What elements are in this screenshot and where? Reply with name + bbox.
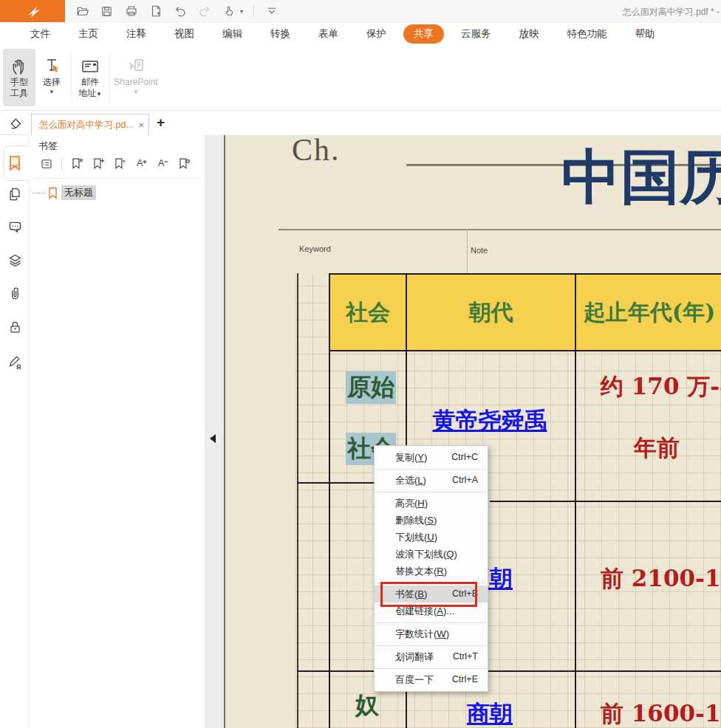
cell-society-primitive[interactable]: 原始 — [346, 371, 396, 404]
menu-tab-1[interactable]: 文件 — [19, 24, 61, 44]
menu-tab-9[interactable]: 共享 — [403, 24, 444, 44]
menu-tab-10[interactable]: 云服务 — [450, 24, 502, 44]
save-button[interactable] — [100, 4, 114, 18]
redo-button[interactable] — [197, 4, 211, 18]
cell-society-slave[interactable]: 奴 — [355, 690, 379, 722]
touch-mode-dropdown[interactable]: ▾ — [240, 8, 243, 15]
menu-tab-13[interactable]: 帮助 — [624, 24, 666, 44]
menu-tab-7[interactable]: 表单 — [307, 24, 349, 44]
context-menu-item-shortcut: Ctrl+A — [452, 472, 478, 489]
add-bookmark-button[interactable] — [91, 156, 106, 171]
bookmark-item-untitled[interactable]: 无标题 — [33, 185, 96, 200]
tab-close-button[interactable]: × — [138, 120, 144, 131]
mail-address-label-line2: 地址▼ — [78, 88, 102, 100]
delete-bookmark-button[interactable] — [69, 156, 85, 171]
menu-tab-5[interactable]: 编辑 — [211, 24, 253, 44]
bookmark-delete-icon — [70, 157, 84, 171]
touch-pointer-icon — [222, 4, 236, 18]
pages-icon — [7, 186, 22, 202]
note-label: Note — [471, 246, 488, 255]
bookmark-settings-button[interactable] — [177, 156, 192, 171]
context-menu-item-2-2[interactable]: 下划线(U) — [375, 529, 488, 546]
context-menu-item-shortcut: Ctrl+C — [451, 449, 478, 466]
sidebar-item-layers[interactable] — [0, 247, 30, 273]
chapter-label: Ch. — [292, 135, 341, 168]
touch-mode-button[interactable] — [222, 4, 236, 18]
menu-tab-3[interactable]: 注释 — [115, 24, 157, 44]
undo-button[interactable] — [173, 4, 187, 18]
context-menu-separator — [375, 668, 487, 669]
menu-tab-2[interactable]: 主页 — [67, 24, 109, 44]
context-menu-separator — [375, 492, 487, 492]
context-menu-item-1-0[interactable]: 全选(L)Ctrl+A — [375, 472, 488, 489]
table-row-line-1-left — [297, 482, 375, 484]
title-bar: ▾ 怎么面对高中学习.pdf * - — [0, 0, 721, 22]
context-menu-item-4-0[interactable]: 字数统计(W) — [375, 625, 488, 642]
table-header-period: 起止年代(年) — [576, 275, 721, 350]
print-button[interactable] — [124, 4, 138, 18]
mail-address-button[interactable]: 邮件 地址▼ — [74, 49, 106, 106]
menu-tab-11[interactable]: 放映 — [508, 24, 550, 44]
table-header-bottom-border — [329, 350, 721, 351]
link-shang-dynasty[interactable]: 商朝 — [467, 698, 513, 728]
keyword-note-divider — [467, 229, 468, 273]
context-menu-item-6-0[interactable]: 百度一下Ctrl+E — [375, 671, 488, 688]
sidebar-item-comments[interactable] — [0, 213, 30, 240]
menu-tab-8[interactable]: 保护 — [355, 24, 397, 44]
bookmark-icon — [7, 155, 22, 171]
context-menu-item-shortcut: Ctrl+E — [452, 671, 478, 688]
bookmark-item-icon — [47, 187, 58, 199]
customize-toolbar-button[interactable] — [264, 4, 279, 18]
app-logo[interactable] — [0, 0, 65, 22]
new-tab-button[interactable]: + — [157, 114, 165, 131]
sidebar-item-signatures[interactable] — [0, 348, 30, 375]
redo-icon — [198, 4, 211, 18]
sidebar-item-pages[interactable] — [0, 181, 30, 207]
hand-tool-label-line2: 工具 — [10, 88, 28, 99]
context-menu-item-2-3[interactable]: 波浪下划线(Q) — [375, 546, 488, 563]
sidebar-item-bookmarks[interactable] — [0, 150, 30, 176]
sharepoint-button[interactable]: SharePoint ▼ — [112, 49, 160, 106]
context-menu-item-0-0[interactable]: 复制(Y)Ctrl+C — [375, 449, 488, 466]
page-plus-icon — [149, 4, 163, 18]
cornell-divider-line — [297, 273, 298, 728]
select-tool-button[interactable]: 选择 ▼ — [37, 49, 66, 106]
sharepoint-label: SharePoint — [114, 77, 157, 88]
select-dropdown-caret: ▼ — [49, 89, 55, 95]
context-menu-item-2-4[interactable]: 替换文本(R) — [375, 563, 488, 580]
context-menu-item-5-0[interactable]: 划词翻译Ctrl+T — [375, 648, 488, 665]
menu-tab-4[interactable]: 视图 — [163, 24, 205, 44]
table-row-line-1-right — [490, 501, 721, 502]
open-file-button[interactable] — [75, 4, 89, 18]
bookmark-more-button[interactable] — [112, 156, 128, 171]
toolbar-separator — [61, 158, 62, 170]
foxit-logo-icon — [24, 3, 41, 19]
printer-icon — [125, 4, 138, 18]
document-tab[interactable]: 怎么面对高中学习.pd... × — [31, 114, 149, 135]
sharepoint-dropdown-caret: ▼ — [133, 89, 139, 95]
table-header-society: 社会 — [330, 275, 406, 350]
sidebar-item-attachments[interactable] — [0, 281, 30, 307]
link-huangdi-yao-shun-yu[interactable]: 黄帝尧舜禹 — [433, 405, 547, 436]
collapse-panel-arrow[interactable] — [210, 434, 216, 443]
eraser-tool-button[interactable] — [4, 113, 27, 133]
cell-period-row1-bottom: 年前 — [634, 433, 680, 464]
hand-tool-button[interactable]: 手型 工具 — [3, 49, 35, 106]
menu-tab-6[interactable]: 转换 — [259, 24, 301, 44]
context-menu-item-label: 百度一下 — [395, 674, 434, 685]
context-menu-item-2-0[interactable]: 高亮(H) — [375, 495, 488, 512]
sidebar-item-security[interactable] — [0, 314, 30, 340]
context-menu-item-2-1[interactable]: 删除线(S) — [375, 512, 488, 529]
bookmark-list-options-button[interactable] — [38, 156, 54, 171]
collapse-all-icon: A — [156, 157, 171, 171]
new-page-button[interactable] — [148, 4, 163, 18]
comment-icon — [7, 219, 23, 235]
collapse-bookmarks-button[interactable]: A — [155, 156, 171, 171]
lock-icon — [8, 320, 22, 335]
folder-open-icon — [76, 4, 89, 18]
menu-tab-12[interactable]: 特色功能 — [556, 24, 618, 44]
panel-resize-divider[interactable] — [205, 135, 224, 728]
cell-period-row3: 前 1600-1100 — [601, 698, 721, 728]
expand-bookmarks-button[interactable]: A — [134, 156, 149, 171]
bookmark-settings-icon — [177, 157, 191, 171]
